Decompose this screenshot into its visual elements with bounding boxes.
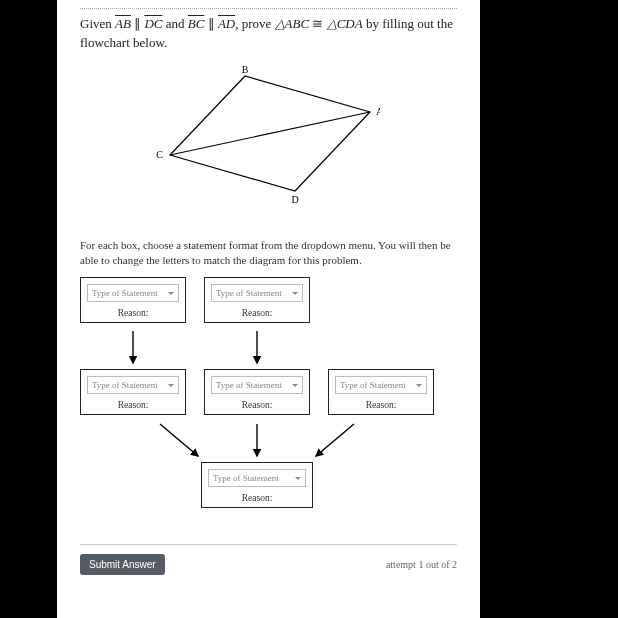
worksheet-page: Given AB ∥ DC and BC ∥ AD, prove △ABC ≅ … bbox=[57, 0, 480, 618]
flow-box-3: Type of Statement Reason: bbox=[80, 369, 186, 415]
statement-dropdown-2[interactable]: Type of Statement bbox=[211, 284, 303, 302]
attempt-counter: attempt 1 out of 2 bbox=[386, 559, 457, 570]
statement-dropdown-3[interactable]: Type of Statement bbox=[87, 376, 179, 394]
flow-box-5: Type of Statement Reason: bbox=[328, 369, 434, 415]
reason-label-4: Reason: bbox=[211, 400, 303, 410]
problem-prompt: Given AB ∥ DC and BC ∥ AD, prove △ABC ≅ … bbox=[80, 15, 457, 53]
chevron-down-icon bbox=[292, 384, 298, 387]
chevron-down-icon bbox=[168, 292, 174, 295]
chevron-down-icon bbox=[416, 384, 422, 387]
flow-box-4: Type of Statement Reason: bbox=[204, 369, 310, 415]
reason-label-1: Reason: bbox=[87, 308, 179, 318]
submit-button[interactable]: Submit Answer bbox=[80, 554, 165, 575]
chevron-down-icon bbox=[295, 477, 301, 480]
instructions-text: For each box, choose a statement format … bbox=[80, 238, 457, 268]
reason-label-6: Reason: bbox=[208, 493, 306, 503]
divider-dots bbox=[80, 8, 457, 9]
vertex-b: B bbox=[242, 65, 249, 75]
flowchart: Type of Statement Reason: Type of Statem… bbox=[80, 277, 457, 522]
reason-label-5: Reason: bbox=[335, 400, 427, 410]
reason-label-2: Reason: bbox=[211, 308, 303, 318]
flow-box-2: Type of Statement Reason: bbox=[204, 277, 310, 323]
footer-bar: Submit Answer attempt 1 out of 2 bbox=[80, 544, 457, 575]
flow-box-6: Type of Statement Reason: bbox=[201, 462, 313, 508]
reason-label-3: Reason: bbox=[87, 400, 179, 410]
parallelogram-diagram: B A C D bbox=[80, 65, 457, 224]
svg-line-4 bbox=[160, 424, 198, 456]
chevron-down-icon bbox=[292, 292, 298, 295]
chevron-down-icon bbox=[168, 384, 174, 387]
vertex-c: C bbox=[156, 149, 163, 160]
flow-box-1: Type of Statement Reason: bbox=[80, 277, 186, 323]
statement-dropdown-5[interactable]: Type of Statement bbox=[335, 376, 427, 394]
vertex-a: A bbox=[376, 106, 380, 117]
statement-dropdown-6[interactable]: Type of Statement bbox=[208, 469, 306, 487]
statement-dropdown-1[interactable]: Type of Statement bbox=[87, 284, 179, 302]
statement-dropdown-4[interactable]: Type of Statement bbox=[211, 376, 303, 394]
svg-line-1 bbox=[170, 112, 370, 155]
svg-line-6 bbox=[316, 424, 354, 456]
vertex-d: D bbox=[291, 194, 298, 205]
